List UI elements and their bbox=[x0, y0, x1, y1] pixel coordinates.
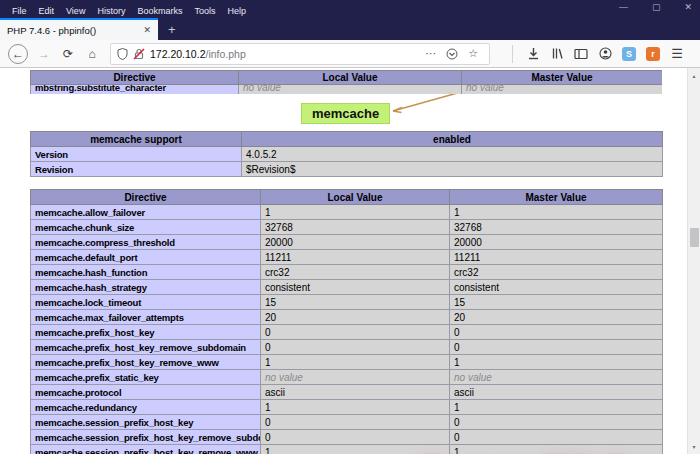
table-row: memcache.prefix_static_keyno valueno val… bbox=[31, 370, 663, 385]
reload-button[interactable]: ⟳ bbox=[56, 42, 80, 66]
tab-phpinfo[interactable]: PHP 7.4.6 - phpinfo() ✕ bbox=[0, 18, 158, 40]
minimize-button[interactable]: — bbox=[619, 3, 628, 12]
value-cell: 1 bbox=[450, 355, 663, 370]
table-row: memcache.lock_timeout1515 bbox=[31, 295, 663, 310]
menu-item[interactable]: Help bbox=[221, 6, 252, 16]
header-row: Directive Local Value Master Value bbox=[31, 71, 663, 85]
value-cell: 1 bbox=[450, 205, 663, 220]
value-cell: 0 bbox=[450, 415, 663, 430]
value-cell: 20000 bbox=[261, 235, 450, 250]
pocket-icon[interactable] bbox=[441, 48, 463, 60]
back-button[interactable]: ← bbox=[8, 44, 28, 64]
value-cell: 0 bbox=[261, 430, 450, 445]
menu-item[interactable]: File bbox=[6, 6, 33, 16]
url-path: /info.php bbox=[205, 48, 245, 60]
menu-item[interactable]: Tools bbox=[188, 6, 221, 16]
tab-close-icon[interactable]: ✕ bbox=[137, 25, 151, 35]
directive-cell: memcache.lock_timeout bbox=[31, 295, 261, 310]
value-cell: no value bbox=[450, 370, 663, 385]
library-icon[interactable] bbox=[545, 43, 569, 65]
column-header: Local Value bbox=[239, 71, 462, 85]
value-cell: 0 bbox=[450, 325, 663, 340]
column-header: Master Value bbox=[450, 190, 663, 205]
directive-cell: memcache.prefix_host_key_remove_www bbox=[31, 355, 261, 370]
value-cell: 1 bbox=[261, 400, 450, 415]
account-icon[interactable] bbox=[593, 43, 617, 65]
directive-cell: memcache.prefix_host_key_remove_subdomai… bbox=[31, 340, 261, 355]
support-value-header: enabled bbox=[242, 132, 663, 147]
value-cell: 0 bbox=[261, 415, 450, 430]
column-header: Local Value bbox=[261, 190, 450, 205]
value-cell: consistent bbox=[261, 280, 450, 295]
downloads-icon[interactable] bbox=[521, 43, 545, 65]
table-row: memcache.default_port1121111211 bbox=[31, 250, 663, 265]
sidebar-toggle-icon[interactable] bbox=[569, 43, 593, 65]
sticky-table-header: Directive Local Value Master Value bbox=[30, 70, 662, 85]
header-row: memcache support enabled bbox=[31, 132, 663, 147]
maximize-button[interactable]: ▢ bbox=[652, 3, 661, 12]
close-button[interactable]: ✕ bbox=[684, 3, 692, 12]
vertical-scrollbar[interactable]: ▴ ▾ bbox=[687, 68, 700, 454]
support-header: memcache support bbox=[31, 132, 242, 147]
table-row: memcache.protocolasciiascii bbox=[31, 385, 663, 400]
url-host: 172.20.10.2 bbox=[150, 48, 205, 60]
table-row: memcache.prefix_host_key_remove_subdomai… bbox=[31, 340, 663, 355]
menu-items: FileEditViewHistoryBookmarksToolsHelp bbox=[6, 0, 252, 18]
value-cell: 0 bbox=[261, 325, 450, 340]
value-cell: 1 bbox=[261, 445, 450, 455]
directive-cell: memcache.prefix_host_key bbox=[31, 325, 261, 340]
extension-r-icon[interactable]: r bbox=[641, 43, 665, 65]
directive-cell: memcache.hash_function bbox=[31, 265, 261, 280]
value-cell: crc32 bbox=[261, 265, 450, 280]
navigation-toolbar: ← → ⟳ ⌂ 172.20.10.2/info.php ⋯ ☆ bbox=[0, 40, 700, 68]
value-cell: 20000 bbox=[450, 235, 663, 250]
menu-item[interactable]: Edit bbox=[33, 6, 61, 16]
value-cell: 0 bbox=[450, 340, 663, 355]
directive-cell: memcache.protocol bbox=[31, 385, 261, 400]
scroll-down-icon[interactable]: ▾ bbox=[688, 443, 700, 450]
url-bar[interactable]: 172.20.10.2/info.php ⋯ ☆ bbox=[110, 43, 490, 65]
toolbar-buttons: S r ☰ bbox=[504, 43, 689, 65]
scrollbar-thumb[interactable] bbox=[690, 228, 699, 247]
extension-s-icon[interactable]: S bbox=[617, 43, 641, 65]
column-header: Master Value bbox=[462, 71, 663, 85]
directive-cell: memcache.allow_failover bbox=[31, 205, 261, 220]
value-cell: no value bbox=[261, 370, 450, 385]
menu-item[interactable]: History bbox=[91, 6, 131, 16]
table-row: memcache.redundancy11 bbox=[31, 400, 663, 415]
window-controls: — ▢ ✕ bbox=[619, 0, 692, 15]
new-tab-button[interactable]: + bbox=[158, 22, 186, 40]
table-row: memcache.session_prefix_host_key00 bbox=[31, 415, 663, 430]
insecure-lock-icon[interactable] bbox=[133, 48, 145, 60]
table-row: memcache.hash_functioncrc32crc32 bbox=[31, 265, 663, 280]
directive-cell: memcache.prefix_static_key bbox=[31, 370, 261, 385]
value-cell: 15 bbox=[261, 295, 450, 310]
scroll-up-icon[interactable]: ▴ bbox=[688, 72, 700, 79]
value-cell: 11211 bbox=[261, 250, 450, 265]
directive-cell: memcache.session_prefix_host_key_remove_… bbox=[31, 430, 261, 445]
value-cell: 4.0.5.2 bbox=[242, 147, 663, 162]
table-row: Version4.0.5.2 bbox=[31, 147, 663, 162]
directive-cell: memcache.session_prefix_host_key_remove_… bbox=[31, 445, 261, 455]
table-row: memcache.session_prefix_host_key_remove_… bbox=[31, 445, 663, 455]
menu-bar: FileEditViewHistoryBookmarksToolsHelp — … bbox=[0, 0, 700, 17]
bookmark-star-icon[interactable]: ☆ bbox=[463, 47, 483, 60]
value-cell: ascii bbox=[450, 385, 663, 400]
tab-title: PHP 7.4.6 - phpinfo() bbox=[7, 25, 137, 36]
toolbar-separator bbox=[512, 45, 513, 63]
directive-cell: memcache.compress_threshold bbox=[31, 235, 261, 250]
menu-item[interactable]: Bookmarks bbox=[131, 6, 188, 16]
value-cell: $Revision$ bbox=[242, 162, 663, 177]
table-row: memcache.allow_failover11 bbox=[31, 205, 663, 220]
value-cell: 0 bbox=[450, 430, 663, 445]
mbstring-table-fragment: mbstring.substitute_character no value n… bbox=[30, 70, 662, 94]
browser-window: FileEditViewHistoryBookmarksToolsHelp — … bbox=[0, 0, 700, 455]
table-row: memcache.chunk_size3276832768 bbox=[31, 220, 663, 235]
column-header: Directive bbox=[31, 71, 239, 85]
menu-item[interactable]: View bbox=[60, 6, 91, 16]
home-button[interactable]: ⌂ bbox=[80, 42, 104, 66]
shield-icon[interactable] bbox=[117, 48, 128, 60]
value-cell: 11211 bbox=[450, 250, 663, 265]
page-actions-icon[interactable]: ⋯ bbox=[420, 47, 441, 60]
hamburger-menu-icon[interactable]: ☰ bbox=[665, 43, 689, 65]
